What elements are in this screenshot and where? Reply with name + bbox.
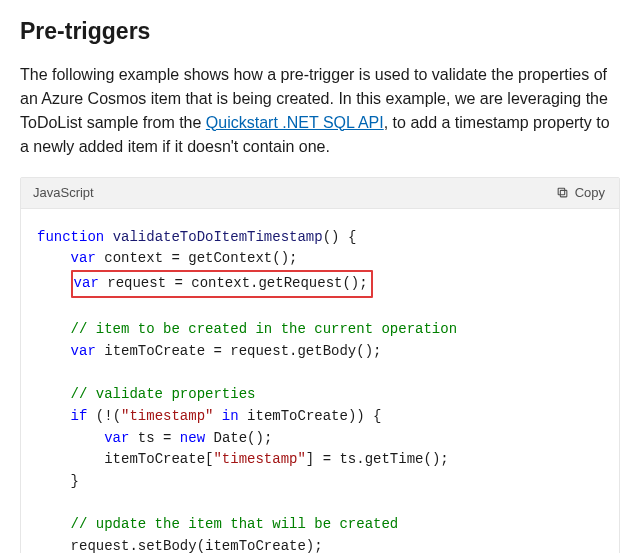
section-heading: Pre-triggers (20, 14, 620, 49)
code-block-header: JavaScript Copy (21, 178, 619, 209)
code-token: request.setBody(itemToCreate); (71, 538, 323, 553)
code-token: request = context.getRequest(); (99, 275, 368, 291)
code-token: var (71, 250, 96, 266)
article-section: Pre-triggers The following example shows… (0, 0, 640, 553)
code-token: if (71, 408, 88, 424)
code-comment: // validate properties (71, 386, 256, 402)
code-token: "timestamp" (121, 408, 213, 424)
code-token: Date(); (205, 430, 272, 446)
code-token: ts = (129, 430, 179, 446)
code-content: function validateToDoItemTimestamp() { v… (21, 209, 619, 554)
intro-paragraph: The following example shows how a pre-tr… (20, 63, 620, 159)
code-token: validateToDoItemTimestamp (113, 229, 323, 245)
code-token: function (37, 229, 104, 245)
code-comment: // update the item that will be created (71, 516, 399, 532)
code-token: var (71, 343, 96, 359)
code-token: var (104, 430, 129, 446)
code-comment: // item to be created in the current ope… (71, 321, 457, 337)
code-token: new (180, 430, 205, 446)
code-token: "timestamp" (213, 451, 305, 467)
code-token: itemToCreate)) { (239, 408, 382, 424)
code-language-label: JavaScript (33, 183, 94, 203)
svg-rect-0 (560, 190, 567, 197)
quickstart-link[interactable]: Quickstart .NET SQL API (206, 114, 384, 131)
code-token: (!( (87, 408, 121, 424)
code-token: in (222, 408, 239, 424)
code-token: ] = ts.getTime(); (306, 451, 449, 467)
code-token: itemToCreate[ (104, 451, 213, 467)
copy-button[interactable]: Copy (552, 183, 609, 202)
code-token: var (74, 275, 99, 291)
svg-rect-1 (558, 188, 565, 195)
copy-icon (556, 186, 569, 199)
code-block: JavaScript Copy function validateToDoIte… (20, 177, 620, 554)
copy-button-label: Copy (575, 185, 605, 200)
highlighted-code-line: var request = context.getRequest(); (71, 270, 373, 298)
code-token: itemToCreate = request.getBody(); (96, 343, 382, 359)
code-token: context = getContext(); (96, 250, 298, 266)
code-token: () { (323, 229, 357, 245)
code-token: } (71, 473, 79, 489)
